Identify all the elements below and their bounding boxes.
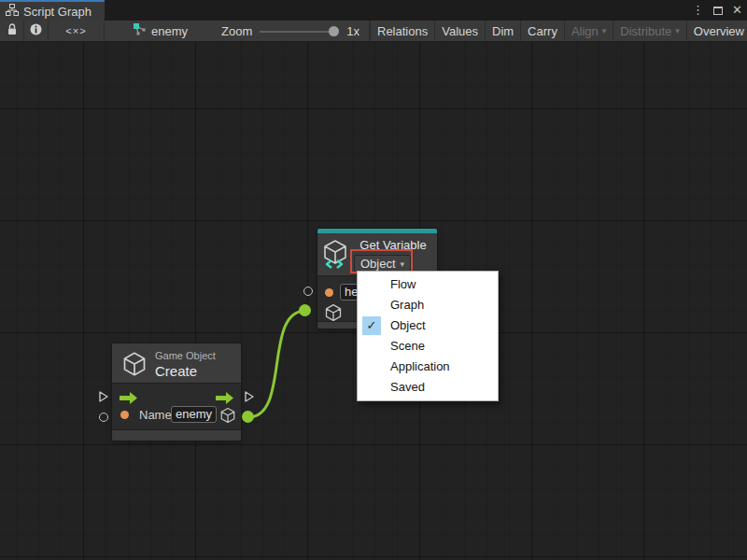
menu-item-graph[interactable]: Graph	[358, 295, 498, 315]
script-graph-window: Script Graph ⋮ ✕	[0, 0, 747, 560]
chevron-down-icon: ▾	[675, 26, 680, 35]
distribute-button[interactable]: Distribute ▾	[613, 21, 685, 41]
menu-item-scene[interactable]: Scene	[358, 336, 498, 357]
create-node-header[interactable]: Game Object Create	[112, 343, 241, 383]
info-icon	[30, 23, 42, 38]
menu-item-saved[interactable]: Saved	[358, 377, 498, 398]
tab-title: Script Graph	[23, 5, 92, 19]
menu-item-object[interactable]: ✓ Object	[358, 315, 498, 336]
graph-breadcrumb[interactable]: enemy	[121, 21, 197, 41]
zoom-label: Zoom	[221, 24, 252, 38]
toolbar-buttons: Relations Values Dim Carry Align ▾ Distr…	[370, 21, 747, 41]
create-flow-out-port[interactable]	[243, 390, 256, 407]
tab-script-graph[interactable]: Script Graph	[0, 0, 105, 21]
create-flow-in-port[interactable]	[97, 390, 110, 407]
gameobject-port-cube-icon[interactable]	[324, 303, 343, 326]
graph-toolbar: <×> enemy Zoom 1x Relations Valu	[0, 21, 747, 42]
values-button[interactable]: Values	[434, 21, 485, 41]
zoom-value: 1x	[346, 24, 359, 38]
getvar-name-in-port[interactable]	[303, 287, 313, 296]
checkmark-icon: ✓	[362, 316, 381, 335]
result-port-cube-icon[interactable]	[219, 407, 236, 427]
variable-kind-menu: Flow Graph ✓ Object Scene Application Sa…	[357, 271, 499, 401]
graph-hierarchy-icon	[6, 3, 19, 20]
maximize-icon[interactable]	[713, 7, 723, 15]
align-button[interactable]: Align ▾	[564, 21, 613, 41]
create-game-object-node[interactable]: Game Object Create Name enemy	[112, 343, 241, 441]
relations-button[interactable]: Relations	[370, 21, 434, 41]
overview-button[interactable]: Overview	[686, 21, 747, 41]
gameobject-cube-icon	[121, 351, 148, 381]
node-title: Create	[155, 363, 197, 379]
chevron-down-icon: ▾	[602, 26, 607, 35]
graph-canvas[interactable]: Get Variable Object ▾ he	[0, 42, 747, 560]
window-controls: ⋮ ✕	[692, 0, 742, 21]
info-button[interactable]	[24, 21, 49, 41]
carry-button[interactable]: Carry	[520, 21, 564, 41]
lock-icon	[7, 23, 18, 38]
breadcrumb-label: enemy	[151, 24, 188, 38]
zoom-slider-track	[260, 31, 339, 33]
node-category: Game Object	[155, 350, 216, 361]
flow-in-arrow-icon[interactable]	[119, 391, 138, 409]
create-name-in-port[interactable]	[99, 413, 108, 422]
getvar-object-in-port[interactable]	[299, 304, 311, 316]
menu-item-flow[interactable]: Flow	[358, 274, 498, 295]
dim-button[interactable]: Dim	[485, 21, 520, 41]
create-node-footer	[112, 430, 241, 441]
menu-item-application[interactable]: Application	[358, 357, 498, 377]
name-input-field[interactable]: enemy	[171, 406, 217, 423]
create-node-ports: Name enemy	[112, 383, 241, 430]
close-icon[interactable]: ✕	[732, 0, 742, 21]
edit-code-button[interactable]: <×>	[49, 21, 105, 41]
zoom-slider[interactable]	[260, 26, 339, 36]
variable-cube-icon	[322, 239, 352, 276]
window-menu-icon[interactable]: ⋮	[692, 0, 704, 21]
name-port-label: Name	[139, 408, 172, 422]
create-result-out-port[interactable]	[242, 411, 254, 423]
code-icon: <×>	[65, 25, 86, 36]
name-port-dot[interactable]	[120, 411, 129, 419]
zoom-control: Zoom 1x	[197, 21, 370, 41]
zoom-slider-handle[interactable]	[329, 26, 339, 36]
graph-node-icon	[133, 22, 147, 39]
tab-bar: Script Graph ⋮ ✕	[0, 0, 747, 21]
lock-button[interactable]	[0, 21, 24, 41]
name-port-dot[interactable]	[325, 288, 333, 297]
